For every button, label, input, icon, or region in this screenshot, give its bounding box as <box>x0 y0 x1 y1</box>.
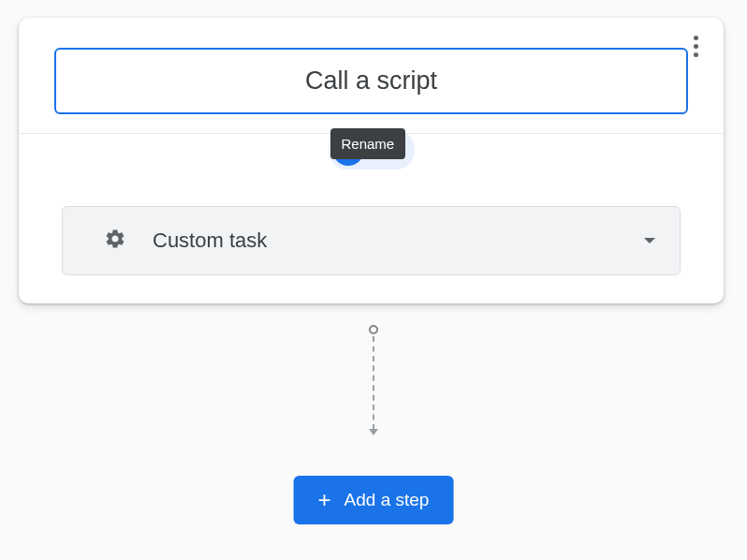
more-options-button[interactable] <box>684 35 707 57</box>
arrow-down-icon <box>369 429 378 435</box>
task-select-wrap: Custom task <box>19 206 724 275</box>
task-type-select[interactable]: Custom task <box>62 206 681 275</box>
plus-icon: + <box>318 489 331 511</box>
task-select-label: Custom task <box>153 228 267 253</box>
card-header <box>19 18 724 133</box>
workflow-step-card: k Rename Custom task <box>19 18 724 303</box>
add-step-button[interactable]: + Add a step <box>294 476 454 524</box>
chevron-down-icon <box>644 238 655 243</box>
flow-connector <box>369 325 378 435</box>
gear-icon <box>104 228 126 254</box>
connector-node <box>369 325 378 334</box>
add-step-label: Add a step <box>344 490 430 510</box>
step-title-input[interactable] <box>54 48 688 114</box>
trigger-pill-area: k Rename <box>19 133 724 189</box>
rename-tooltip: Rename <box>330 128 406 159</box>
connector-line <box>373 336 374 430</box>
